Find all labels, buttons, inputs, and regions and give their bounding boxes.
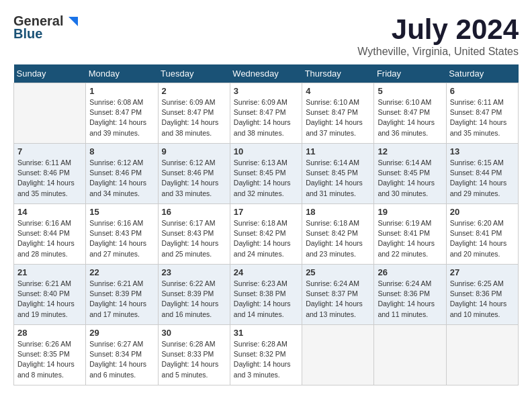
day-number: 28 bbox=[17, 328, 82, 338]
calendar-day-31: 31Sunrise: 6:28 AM Sunset: 8:32 PM Dayli… bbox=[230, 325, 302, 385]
day-info: Sunrise: 6:09 AM Sunset: 8:47 PM Dayligh… bbox=[162, 97, 226, 138]
calendar-day-28: 28Sunrise: 6:26 AM Sunset: 8:35 PM Dayli… bbox=[14, 325, 86, 385]
day-number: 23 bbox=[162, 267, 226, 277]
calendar-day-10: 10Sunrise: 6:13 AM Sunset: 8:45 PM Dayli… bbox=[230, 144, 302, 204]
calendar-day-2: 2Sunrise: 6:09 AM Sunset: 8:47 PM Daylig… bbox=[158, 83, 230, 144]
logo-icon bbox=[64, 14, 79, 29]
calendar-week-row: 7Sunrise: 6:11 AM Sunset: 8:46 PM Daylig… bbox=[14, 144, 519, 204]
day-info: Sunrise: 6:22 AM Sunset: 8:39 PM Dayligh… bbox=[162, 279, 226, 320]
calendar-week-row: 28Sunrise: 6:26 AM Sunset: 8:35 PM Dayli… bbox=[14, 325, 519, 385]
day-header-tuesday: Tuesday bbox=[158, 64, 230, 83]
calendar-empty-cell bbox=[446, 325, 518, 385]
calendar-day-7: 7Sunrise: 6:11 AM Sunset: 8:46 PM Daylig… bbox=[14, 144, 86, 204]
calendar-day-14: 14Sunrise: 6:16 AM Sunset: 8:44 PM Dayli… bbox=[14, 204, 86, 265]
title-block: July 2024 Wytheville, Virginia, United S… bbox=[357, 13, 519, 58]
calendar-day-3: 3Sunrise: 6:09 AM Sunset: 8:47 PM Daylig… bbox=[230, 83, 302, 144]
day-info: Sunrise: 6:13 AM Sunset: 8:45 PM Dayligh… bbox=[234, 158, 298, 199]
calendar-day-26: 26Sunrise: 6:24 AM Sunset: 8:36 PM Dayli… bbox=[374, 265, 446, 325]
calendar-day-29: 29Sunrise: 6:27 AM Sunset: 8:34 PM Dayli… bbox=[86, 325, 158, 385]
calendar-day-15: 15Sunrise: 6:16 AM Sunset: 8:43 PM Dayli… bbox=[86, 204, 158, 265]
calendar-day-18: 18Sunrise: 6:18 AM Sunset: 8:42 PM Dayli… bbox=[302, 204, 374, 265]
calendar-day-27: 27Sunrise: 6:25 AM Sunset: 8:36 PM Dayli… bbox=[446, 265, 518, 325]
day-number: 8 bbox=[89, 146, 154, 156]
calendar-week-row: 21Sunrise: 6:21 AM Sunset: 8:40 PM Dayli… bbox=[14, 265, 519, 325]
calendar-day-21: 21Sunrise: 6:21 AM Sunset: 8:40 PM Dayli… bbox=[14, 265, 86, 325]
day-number: 11 bbox=[306, 146, 370, 156]
day-number: 14 bbox=[17, 207, 82, 217]
day-number: 15 bbox=[89, 207, 154, 217]
day-info: Sunrise: 6:12 AM Sunset: 8:46 PM Dayligh… bbox=[162, 158, 226, 199]
day-header-saturday: Saturday bbox=[446, 64, 518, 83]
day-number: 21 bbox=[17, 267, 82, 277]
location-title: Wytheville, Virginia, United States bbox=[357, 46, 519, 58]
calendar-day-16: 16Sunrise: 6:17 AM Sunset: 8:43 PM Dayli… bbox=[158, 204, 230, 265]
day-number: 6 bbox=[450, 86, 515, 96]
day-number: 29 bbox=[89, 328, 154, 338]
day-info: Sunrise: 6:12 AM Sunset: 8:46 PM Dayligh… bbox=[89, 158, 154, 199]
calendar-week-row: 14Sunrise: 6:16 AM Sunset: 8:44 PM Dayli… bbox=[14, 204, 519, 265]
day-info: Sunrise: 6:27 AM Sunset: 8:34 PM Dayligh… bbox=[89, 339, 154, 380]
day-info: Sunrise: 6:14 AM Sunset: 8:45 PM Dayligh… bbox=[378, 158, 442, 199]
day-number: 25 bbox=[306, 267, 370, 277]
calendar-day-22: 22Sunrise: 6:21 AM Sunset: 8:39 PM Dayli… bbox=[86, 265, 158, 325]
day-info: Sunrise: 6:18 AM Sunset: 8:42 PM Dayligh… bbox=[306, 218, 370, 259]
day-number: 24 bbox=[234, 267, 298, 277]
day-number: 17 bbox=[234, 207, 298, 217]
day-info: Sunrise: 6:26 AM Sunset: 8:35 PM Dayligh… bbox=[17, 339, 82, 380]
day-info: Sunrise: 6:08 AM Sunset: 8:47 PM Dayligh… bbox=[89, 97, 154, 138]
day-info: Sunrise: 6:24 AM Sunset: 8:37 PM Dayligh… bbox=[306, 279, 370, 320]
day-info: Sunrise: 6:10 AM Sunset: 8:47 PM Dayligh… bbox=[378, 97, 442, 138]
day-header-thursday: Thursday bbox=[302, 64, 374, 83]
day-number: 7 bbox=[17, 146, 82, 156]
day-number: 3 bbox=[234, 86, 298, 96]
day-number: 13 bbox=[450, 146, 515, 156]
calendar-day-8: 8Sunrise: 6:12 AM Sunset: 8:46 PM Daylig… bbox=[86, 144, 158, 204]
logo-blue-text: Blue bbox=[13, 26, 42, 42]
calendar-day-6: 6Sunrise: 6:11 AM Sunset: 8:47 PM Daylig… bbox=[446, 83, 518, 144]
calendar-day-5: 5Sunrise: 6:10 AM Sunset: 8:47 PM Daylig… bbox=[374, 83, 446, 144]
day-number: 16 bbox=[162, 207, 226, 217]
calendar-day-4: 4Sunrise: 6:10 AM Sunset: 8:47 PM Daylig… bbox=[302, 83, 374, 144]
calendar-empty-cell bbox=[14, 83, 86, 144]
page-header: General Blue July 2024 Wytheville, Virgi… bbox=[13, 13, 519, 58]
day-number: 5 bbox=[378, 86, 442, 96]
day-info: Sunrise: 6:15 AM Sunset: 8:44 PM Dayligh… bbox=[450, 158, 515, 199]
day-number: 19 bbox=[378, 207, 442, 217]
day-number: 27 bbox=[450, 267, 515, 277]
day-info: Sunrise: 6:20 AM Sunset: 8:41 PM Dayligh… bbox=[450, 218, 515, 259]
calendar-day-25: 25Sunrise: 6:24 AM Sunset: 8:37 PM Dayli… bbox=[302, 265, 374, 325]
day-info: Sunrise: 6:19 AM Sunset: 8:41 PM Dayligh… bbox=[378, 218, 442, 259]
day-header-monday: Monday bbox=[86, 64, 158, 83]
day-info: Sunrise: 6:10 AM Sunset: 8:47 PM Dayligh… bbox=[306, 97, 370, 138]
calendar-empty-cell bbox=[302, 325, 374, 385]
day-number: 26 bbox=[378, 267, 442, 277]
day-info: Sunrise: 6:21 AM Sunset: 8:39 PM Dayligh… bbox=[89, 279, 154, 320]
day-number: 2 bbox=[162, 86, 226, 96]
day-info: Sunrise: 6:11 AM Sunset: 8:47 PM Dayligh… bbox=[450, 97, 515, 138]
day-number: 18 bbox=[306, 207, 370, 217]
day-number: 9 bbox=[162, 146, 226, 156]
day-info: Sunrise: 6:09 AM Sunset: 8:47 PM Dayligh… bbox=[234, 97, 298, 138]
day-info: Sunrise: 6:23 AM Sunset: 8:38 PM Dayligh… bbox=[234, 279, 298, 320]
day-info: Sunrise: 6:16 AM Sunset: 8:43 PM Dayligh… bbox=[89, 218, 154, 259]
day-info: Sunrise: 6:25 AM Sunset: 8:36 PM Dayligh… bbox=[450, 279, 515, 320]
day-number: 10 bbox=[234, 146, 298, 156]
day-number: 31 bbox=[234, 328, 298, 338]
day-header-wednesday: Wednesday bbox=[230, 64, 302, 83]
day-info: Sunrise: 6:16 AM Sunset: 8:44 PM Dayligh… bbox=[17, 218, 82, 259]
month-title: July 2024 bbox=[357, 13, 519, 46]
day-number: 1 bbox=[89, 86, 154, 96]
day-info: Sunrise: 6:17 AM Sunset: 8:43 PM Dayligh… bbox=[162, 218, 226, 259]
calendar-day-1: 1Sunrise: 6:08 AM Sunset: 8:47 PM Daylig… bbox=[86, 83, 158, 144]
calendar-empty-cell bbox=[374, 325, 446, 385]
calendar-day-12: 12Sunrise: 6:14 AM Sunset: 8:45 PM Dayli… bbox=[374, 144, 446, 204]
day-info: Sunrise: 6:11 AM Sunset: 8:46 PM Dayligh… bbox=[17, 158, 82, 199]
day-info: Sunrise: 6:21 AM Sunset: 8:40 PM Dayligh… bbox=[17, 279, 82, 320]
day-info: Sunrise: 6:18 AM Sunset: 8:42 PM Dayligh… bbox=[234, 218, 298, 259]
day-info: Sunrise: 6:24 AM Sunset: 8:36 PM Dayligh… bbox=[378, 279, 442, 320]
day-number: 20 bbox=[450, 207, 515, 217]
calendar-day-13: 13Sunrise: 6:15 AM Sunset: 8:44 PM Dayli… bbox=[446, 144, 518, 204]
day-number: 22 bbox=[89, 267, 154, 277]
calendar-header-row: SundayMondayTuesdayWednesdayThursdayFrid… bbox=[14, 64, 519, 83]
calendar-day-20: 20Sunrise: 6:20 AM Sunset: 8:41 PM Dayli… bbox=[446, 204, 518, 265]
